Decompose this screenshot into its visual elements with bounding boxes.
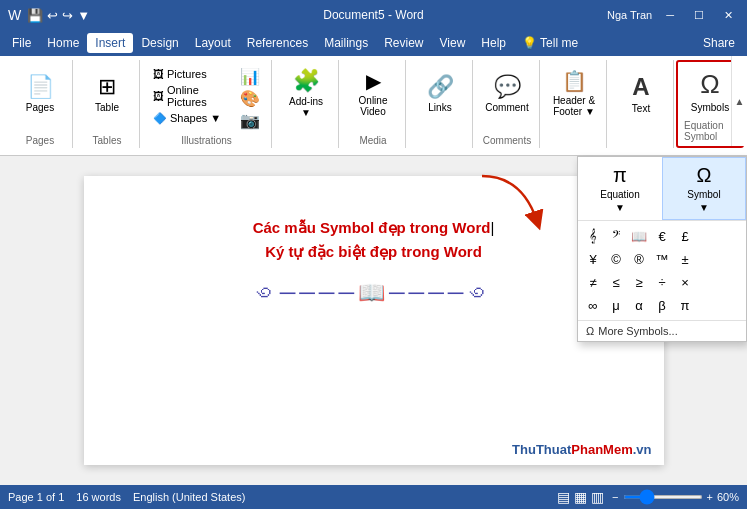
zoom-bar: − + 60% [612, 491, 739, 503]
addins-label: Add-ins ▼ [283, 96, 329, 118]
zoom-minus[interactable]: − [612, 491, 618, 503]
btn-header-footer[interactable]: 📋 Header & Footer ▼ [548, 60, 600, 126]
links-label: Links [428, 102, 451, 113]
symbol-dropdown-icon: ▼ [699, 202, 709, 213]
doc-title: Document5 - Word [323, 8, 423, 22]
watermark-2: PhanMem [571, 442, 632, 457]
sym-cell-15[interactable]: ≤ [605, 271, 627, 293]
ribbon-group-illustrations: 🖼 Pictures 🖼 Online Pictures 🔷 Shapes ▼ … [142, 60, 272, 148]
sym-cell-25[interactable]: π [674, 294, 696, 316]
btn-comment[interactable]: 💬 Comment [481, 60, 533, 126]
sym-cell-13 [720, 248, 742, 270]
header-footer-label: Header & Footer ▼ [551, 95, 597, 117]
menu-tellme[interactable]: 💡 Tell me [514, 33, 586, 53]
equation-btn[interactable]: π Equation ▼ [578, 157, 662, 220]
btn-pictures[interactable]: 🖼 Pictures [148, 64, 231, 84]
user-name: Nga Tran [607, 9, 652, 21]
word-count: 16 words [76, 491, 121, 503]
btn-table[interactable]: ⊞ Table [81, 60, 133, 126]
ribbon-scroll-right[interactable]: ▲ [731, 56, 747, 146]
doc-line1: Các mẫu Symbol đẹp trong Word [144, 216, 604, 240]
tables-group-label: Tables [93, 133, 122, 148]
menu-mailings[interactable]: Mailings [316, 33, 376, 53]
btn-links[interactable]: 🔗 Links [414, 60, 466, 126]
sym-cell-17[interactable]: ÷ [651, 271, 673, 293]
menu-references[interactable]: References [239, 33, 316, 53]
sym-cell-21[interactable]: ∞ [582, 294, 604, 316]
sym-cell-23[interactable]: α [628, 294, 650, 316]
sym-cell-0[interactable]: 𝄞 [582, 225, 604, 247]
ribbon-group-links: 🔗 Links [408, 60, 473, 148]
menu-layout[interactable]: Layout [187, 33, 239, 53]
sym-cell-9[interactable]: ® [628, 248, 650, 270]
menu-home[interactable]: Home [39, 33, 87, 53]
title-bar: W 💾 ↩ ↪ ▼ Document5 - Word Nga Tran ─ ☐ … [0, 0, 747, 30]
btn-screenshot[interactable]: 📷 [235, 110, 265, 130]
sym-cell-26 [697, 294, 719, 316]
minimize-btn[interactable]: ─ [660, 7, 680, 23]
restore-btn[interactable]: ☐ [688, 7, 710, 24]
sym-cell-2[interactable]: 📖 [628, 225, 650, 247]
sym-cell-3[interactable]: € [651, 225, 673, 247]
omega-small-icon: Ω [586, 325, 594, 337]
title-bar-right: Nga Tran ─ ☐ ✕ [607, 7, 739, 24]
more-symbols-label: More Symbols... [598, 325, 677, 337]
ribbon-group-media: ▶ Online Video Media [341, 60, 406, 148]
close-btn[interactable]: ✕ [718, 7, 739, 24]
menu-bar: File Home Insert Design Layout Reference… [0, 30, 747, 56]
equation-icon: π [613, 164, 627, 187]
menu-help[interactable]: Help [473, 33, 514, 53]
sym-cell-8[interactable]: © [605, 248, 627, 270]
menu-view[interactable]: View [432, 33, 474, 53]
customize-btn[interactable]: ▼ [77, 8, 90, 23]
btn-smartart[interactable]: 🎨 [235, 88, 265, 108]
sym-cell-20 [720, 271, 742, 293]
menu-file[interactable]: File [4, 33, 39, 53]
undo-btn[interactable]: ↩ [47, 8, 58, 23]
symbol-btn[interactable]: Ω Symbol ▼ [662, 157, 746, 220]
sym-cell-4[interactable]: £ [674, 225, 696, 247]
more-symbols-btn[interactable]: Ω More Symbols... [578, 320, 746, 341]
btn-pages[interactable]: 📄 Pages [14, 60, 66, 126]
sym-cell-22[interactable]: μ [605, 294, 627, 316]
menu-design[interactable]: Design [133, 33, 186, 53]
redo-btn[interactable]: ↪ [62, 8, 73, 23]
media-group-label: Media [359, 133, 386, 148]
zoom-plus[interactable]: + [707, 491, 713, 503]
btn-text[interactable]: A Text [615, 60, 667, 126]
btn-chart[interactable]: 📊 [235, 66, 265, 86]
layout-icons[interactable]: ▤ ▦ ▥ [557, 489, 604, 505]
save-btn[interactable]: 💾 [27, 8, 43, 23]
btn-online-video[interactable]: ▶ Online Video [347, 60, 399, 126]
pictures-icon: 🖼 [153, 68, 164, 80]
menu-share[interactable]: Share [695, 33, 743, 53]
sym-cell-18[interactable]: × [674, 271, 696, 293]
online-video-icon: ▶ [366, 69, 381, 93]
ribbon-group-text: A Text [609, 60, 674, 148]
sym-cell-24[interactable]: β [651, 294, 673, 316]
sym-cell-19 [697, 271, 719, 293]
sym-cell-16[interactable]: ≥ [628, 271, 650, 293]
btn-addins[interactable]: 🧩 Add-ins ▼ [280, 60, 332, 126]
menu-review[interactable]: Review [376, 33, 431, 53]
doc-line2: Ký tự đặc biệt đẹp trong Word [144, 240, 604, 264]
sym-cell-11[interactable]: ± [674, 248, 696, 270]
sym-cell-10[interactable]: ™ [651, 248, 673, 270]
sym-cell-14[interactable]: ≠ [582, 271, 604, 293]
sym-cell-12 [697, 248, 719, 270]
btn-symbols[interactable]: Ω Symbols [684, 64, 736, 118]
sym-cell-1[interactable]: 𝄢 [605, 225, 627, 247]
btn-shapes[interactable]: 🔷 Shapes ▼ [148, 108, 231, 128]
sym-cell-7[interactable]: ¥ [582, 248, 604, 270]
zoom-slider[interactable] [623, 495, 703, 499]
btn-online-pictures[interactable]: 🖼 Online Pictures [148, 86, 231, 106]
screenshot-icon: 📷 [240, 111, 260, 130]
symbols-icon: Ω [700, 69, 719, 100]
online-video-label: Online Video [350, 95, 396, 117]
ribbon: 📄 Pages Pages ⊞ Table Tables 🖼 Pictures … [0, 56, 747, 156]
symbol-dropdown-header: π Equation ▼ Ω Symbol ▼ [578, 157, 746, 221]
ribbon-group-tables: ⊞ Table Tables [75, 60, 140, 148]
chart-icon: 📊 [240, 67, 260, 86]
ribbon-group-headerfooter: 📋 Header & Footer ▼ [542, 60, 607, 148]
menu-insert[interactable]: Insert [87, 33, 133, 53]
